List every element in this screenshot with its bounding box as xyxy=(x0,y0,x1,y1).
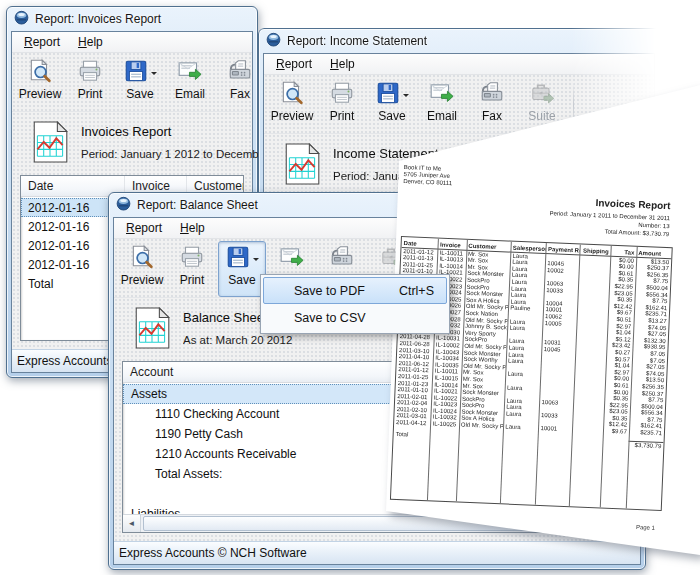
scroll-left-button[interactable]: ◄ xyxy=(123,515,141,532)
preview-icon xyxy=(279,80,305,110)
toolbar-button[interactable]: Preview xyxy=(16,55,64,111)
total-label: Total xyxy=(394,430,431,439)
menu-item[interactable]: Report xyxy=(16,33,68,51)
dropdown-arrow-icon[interactable] xyxy=(151,72,157,78)
menu-item[interactable]: Report xyxy=(118,219,170,237)
account-label: 1110 Checking Account xyxy=(123,407,279,421)
cell-shipping xyxy=(572,426,603,434)
menu-item[interactable]: Report xyxy=(268,55,320,73)
titlebar[interactable]: Report: Invoices Report xyxy=(11,7,253,31)
toolbar-button-label: Email xyxy=(175,87,205,101)
report-doc-icon xyxy=(32,121,68,167)
app-icon xyxy=(14,10,29,29)
toolbar-button-label: Print xyxy=(180,273,205,287)
cell-customer: Old Mr. Socky Pants xyxy=(459,422,504,430)
toolbar-button-label: Preview xyxy=(121,273,164,287)
window-title: Report: Balance Sheet xyxy=(137,198,258,212)
toolbar-button[interactable]: Save xyxy=(218,241,266,297)
print-icon xyxy=(77,58,103,88)
menu-item-label: Save to CSV xyxy=(294,311,366,325)
toolbar-button[interactable]: Preview xyxy=(118,241,166,297)
window-title: Report: Invoices Report xyxy=(35,12,161,26)
paper-column-header: Tax xyxy=(611,249,637,257)
cell-amount: $235.71 xyxy=(629,429,664,437)
account-label: Total Assets: xyxy=(123,467,222,481)
print-icon xyxy=(179,244,205,274)
menu-item[interactable]: Help xyxy=(322,55,363,73)
toolbar-button-label: Fax xyxy=(230,87,250,101)
preview-icon xyxy=(129,244,155,274)
menu-item[interactable]: Help xyxy=(172,219,213,237)
account-label: 1210 Accounts Receivable xyxy=(123,447,296,461)
toolbar-button[interactable]: Fax xyxy=(216,55,264,111)
dropdown-arrow-icon[interactable] xyxy=(253,258,259,264)
toolbar-button-label: Print xyxy=(78,87,103,101)
paper-column-header: Invoice xyxy=(438,242,467,250)
report-as-at: As at: March 20 2012 xyxy=(183,334,292,346)
cell-payment-ref: 10001 xyxy=(538,425,572,433)
paper-column-header: Shipping xyxy=(580,248,611,256)
desktop: { "windows": { "invoices": { "icon": "ap… xyxy=(0,0,700,575)
page-number: Page 1 xyxy=(389,513,661,530)
toolbar-button[interactable]: Print xyxy=(66,55,114,111)
account-label: 1190 Petty Cash xyxy=(123,427,243,441)
menu-item-shortcut: Ctrl+S xyxy=(383,284,434,298)
titlebar[interactable]: Report: Income Statement xyxy=(263,29,655,53)
account-label: Assets xyxy=(123,387,167,401)
cell-salesperson: Laura xyxy=(503,423,538,431)
total-amount: $3,730.79 xyxy=(628,440,663,449)
save-menu-item[interactable]: Save to CSV xyxy=(263,304,447,331)
toolbar-button-label: Save xyxy=(126,87,153,101)
save-menu-item[interactable]: Save to PDF Ctrl+S xyxy=(263,277,447,304)
window-title: Report: Income Statement xyxy=(287,34,427,48)
toolbar-button-label: Preview xyxy=(271,109,314,123)
email-icon xyxy=(177,58,203,88)
save-icon xyxy=(123,58,149,88)
toolbar-button[interactable]: Save xyxy=(116,55,164,111)
menu-item-label: Save to PDF xyxy=(294,284,365,298)
toolbar-button[interactable]: Print xyxy=(318,77,366,133)
cell-invoice: IL-10025 xyxy=(430,420,459,428)
preview-icon xyxy=(27,58,53,88)
toolbar-button-label: Preview xyxy=(19,87,62,101)
save-icon xyxy=(225,244,251,274)
print-icon xyxy=(329,80,355,110)
app-icon xyxy=(116,196,131,215)
toolbar-button[interactable]: Preview xyxy=(268,77,316,133)
menubar: ReportHelp xyxy=(264,54,654,75)
report-doc-icon xyxy=(134,307,170,353)
cell-tax: $9.67 xyxy=(603,428,629,436)
email-icon xyxy=(279,244,305,274)
fax-icon xyxy=(227,58,253,88)
toolbar-button[interactable]: Print xyxy=(168,241,216,297)
report-doc-icon xyxy=(284,143,320,189)
menubar: ReportHelp xyxy=(12,32,252,53)
menu-item[interactable]: Help xyxy=(70,33,111,51)
report-header: Invoices Report Period: January 1 2012 t… xyxy=(12,112,252,171)
toolbar: Preview Print Save Email xyxy=(12,53,252,112)
cell-date: 2011-04-12 xyxy=(394,419,431,427)
app-icon xyxy=(266,32,281,51)
save-dropdown-menu: Save to PDF Ctrl+S Save to CSV xyxy=(260,274,450,334)
toolbar-button-label: Save xyxy=(228,273,255,287)
account-label: Liabilities xyxy=(123,507,180,514)
fax-icon xyxy=(329,244,355,274)
toolbar-button[interactable]: Email xyxy=(166,55,214,111)
toolbar-button-label: Print xyxy=(330,109,355,123)
